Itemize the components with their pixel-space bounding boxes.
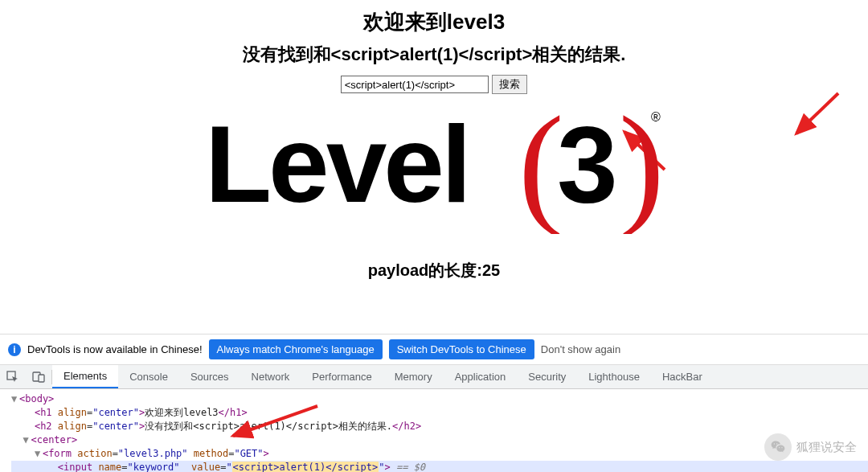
watermark: 狐狸说安全 [764,433,857,461]
logo-text-level: Level [205,103,469,225]
dom-line-body[interactable]: ▼<body> [11,392,868,406]
always-match-language-button[interactable]: Always match Chrome's language [209,339,383,359]
watermark-text: 狐狸说安全 [796,440,857,455]
tab-memory[interactable]: Memory [383,365,444,388]
payload-length-label: payload的长度:25 [0,260,868,281]
dom-tree[interactable]: ▼<body> <h1 align="center">欢迎来到level3</h… [0,389,868,472]
tab-performance[interactable]: Performance [301,365,383,388]
dom-line-form[interactable]: ▼<form action="level3.php" method="GET"> [11,447,868,461]
devtools-notice-bar: i DevTools is now available in Chinese! … [0,334,868,365]
tab-lighthouse[interactable]: Lighthouse [577,365,651,388]
wechat-icon [764,433,792,461]
devtools-tabs: Elements Console Sources Network Perform… [0,365,868,389]
search-form: 搜索 [0,75,868,94]
tab-console[interactable]: Console [118,365,179,388]
search-input[interactable] [341,76,489,93]
svg-rect-4 [39,375,44,382]
search-button[interactable]: 搜索 [492,75,527,94]
switch-devtools-language-button[interactable]: Switch DevTools to Chinese [389,339,534,359]
tab-network[interactable]: Network [240,365,301,388]
dom-line-h2[interactable]: <h2 align="center">没有找到和<script>alert(1)… [11,420,868,433]
devtools-notice-text: DevTools is now available in Chinese! [27,343,203,355]
tab-hackbar[interactable]: HackBar [651,365,714,388]
logo-text-num: 3 [557,103,618,225]
dont-show-again-link[interactable]: Don't show again [541,343,620,355]
tab-elements[interactable]: Elements [52,365,118,388]
dom-line-input-keyword[interactable]: <input name="keyword" value="<script>ale… [11,461,868,472]
inspect-icon[interactable] [0,365,26,388]
logo-registered: ® [651,110,661,124]
dom-line-h1[interactable]: <h1 align="center">欢迎来到level3</h1> [11,406,868,420]
page-title: 欢迎来到level3 [0,8,868,36]
level3-logo: Level ( 3 ) ® [0,97,868,237]
info-icon: i [8,343,21,356]
tab-sources[interactable]: Sources [179,365,240,388]
tab-application[interactable]: Application [444,365,518,388]
device-toggle-icon[interactable] [26,365,51,388]
dom-line-center[interactable]: ▼<center> [11,433,868,447]
page-subtitle: 没有找到和<script>alert(1)</script>相关的结果. [0,43,868,67]
tab-security[interactable]: Security [517,365,577,388]
